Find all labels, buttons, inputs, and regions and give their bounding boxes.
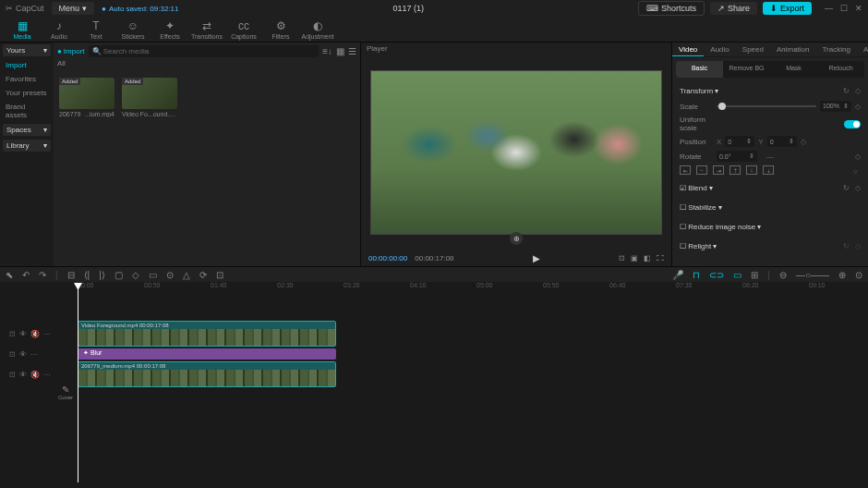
rotate-icon[interactable]: ⟳	[199, 270, 207, 280]
cover-button[interactable]: Cover	[57, 384, 74, 400]
preview-icon[interactable]: ▭	[733, 270, 741, 280]
keyframe-icon[interactable]: ◇	[855, 152, 861, 161]
timeline-clip[interactable]: Video Foreground.mp4 00:00:17:08	[78, 321, 336, 347]
align-top-icon[interactable]: ⇡	[729, 165, 741, 175]
sort-icon[interactable]: ≡↓	[322, 46, 332, 56]
tool-audio[interactable]: ♪Audio	[41, 17, 78, 42]
delete-icon[interactable]: ▢	[115, 270, 123, 280]
align-middle-icon[interactable]: ↕	[746, 165, 757, 175]
tool-media[interactable]: ▦Media	[4, 17, 41, 42]
menu-button[interactable]: Menu ▾	[52, 2, 95, 15]
player-share-icon[interactable]: ⊕	[510, 232, 523, 245]
denoise-header[interactable]: ☐ Reduce image noise ▾	[680, 221, 861, 233]
play-button[interactable]: ▶	[462, 253, 611, 263]
align-center-icon[interactable]: ↔	[696, 165, 707, 175]
redo-icon[interactable]: ↷	[39, 270, 46, 280]
sidebar-presets[interactable]: Your presets	[0, 86, 54, 100]
export-button[interactable]: ⬇ Export	[763, 2, 812, 15]
link-icon[interactable]: ⊂⊃	[709, 270, 724, 280]
tab-adjustment[interactable]: Adjustment	[857, 43, 868, 56]
tool-adjustment[interactable]: ◐Adjustment	[299, 17, 336, 42]
timeline-clip[interactable]: 206779_medium.mp4 00:00:17:08	[78, 361, 336, 387]
subtab-removebg[interactable]: Remove BG	[723, 61, 770, 78]
tool-captions[interactable]: ccCaptions	[225, 17, 262, 42]
reverse-icon[interactable]: ⊙	[166, 270, 174, 280]
mic-icon[interactable]: 🎤	[672, 270, 683, 280]
left-split-icon[interactable]: ⟨|	[84, 270, 90, 280]
keyframe-icon[interactable]: ◇	[850, 165, 861, 175]
sidebar-brand[interactable]: Brand assets	[0, 100, 54, 122]
keyframe-icon[interactable]: ◇	[855, 87, 861, 95]
magnet-icon[interactable]: ⊓	[693, 270, 700, 280]
compare-icon[interactable]: ◧	[644, 254, 651, 262]
split-icon[interactable]: ⊟	[67, 270, 75, 280]
mirror-icon[interactable]: △	[183, 270, 190, 280]
track-mute-icon[interactable]: 🔇	[30, 371, 40, 379]
align-right-icon[interactable]: ⇥	[713, 165, 724, 175]
tool-filters[interactable]: ⚙Filters	[262, 17, 299, 42]
quality-icon[interactable]: ⊡	[619, 254, 625, 262]
right-split-icon[interactable]: |⟩	[99, 270, 105, 280]
subtab-basic[interactable]: Basic	[676, 61, 723, 78]
crop-icon[interactable]: ◇	[132, 270, 139, 280]
media-clip[interactable]: Added Video Fo...ound.mp4	[122, 78, 177, 117]
fullscreen-icon[interactable]: ⛶	[657, 254, 664, 262]
relight-header[interactable]: ☐ Relight ▾↻◇	[680, 240, 861, 252]
rotate-input[interactable]: 0.0°⇕	[717, 151, 757, 162]
track-lock-icon[interactable]: ⊡	[9, 371, 16, 379]
tool-effects[interactable]: ✦Effects	[151, 17, 188, 42]
align-left-icon[interactable]: ⇤	[680, 165, 691, 175]
tab-video[interactable]: Video	[672, 43, 704, 56]
keyframe-icon[interactable]: ◇	[855, 103, 861, 111]
stabilize-header[interactable]: ☐ Stabilize ▾	[680, 201, 861, 214]
sidebar-favorites[interactable]: Favorites	[0, 72, 54, 86]
pointer-tool-icon[interactable]: ⬉	[6, 270, 13, 280]
tab-animation[interactable]: Animation	[770, 43, 816, 56]
zoom-out-icon[interactable]: ⊖	[779, 270, 787, 280]
tool-transitions[interactable]: ⇄Transitions	[188, 17, 225, 42]
tool-text[interactable]: TText	[78, 17, 115, 42]
blend-header[interactable]: ☑ Blend ▾↻◇	[680, 182, 861, 194]
sidebar-import[interactable]: Import	[0, 58, 54, 72]
tab-tracking[interactable]: Tracking	[816, 43, 857, 56]
timeline-effect[interactable]: ✦ Blur	[78, 348, 336, 360]
shortcuts-button[interactable]: ⌨ Shortcuts	[638, 1, 705, 16]
view-icon[interactable]: ▦	[336, 46, 344, 56]
close-icon[interactable]: ✕	[855, 4, 862, 13]
import-button[interactable]: ● Import	[57, 47, 85, 55]
timeline-ruler[interactable]: 00:00 00:50 01:40 02:30 03:20 04:10 05:0…	[57, 282, 868, 293]
pos-y-input[interactable]: 0⇕	[767, 136, 797, 147]
subtab-retouch[interactable]: Retouch	[817, 61, 864, 78]
spaces-dropdown[interactable]: Spaces▾	[3, 124, 51, 136]
maximize-icon[interactable]: ☐	[840, 4, 848, 13]
uniform-toggle[interactable]	[844, 120, 861, 128]
subtab-mask[interactable]: Mask	[770, 61, 817, 78]
tab-all[interactable]: All	[57, 59, 66, 67]
zoom-in-icon[interactable]: ⊕	[838, 270, 846, 280]
align-bottom-icon[interactable]: ⇣	[763, 165, 774, 175]
track-lock-icon[interactable]: ⊡	[9, 350, 16, 359]
minimize-icon[interactable]: —	[825, 4, 833, 13]
tab-speed[interactable]: Speed	[736, 43, 770, 56]
transform-header[interactable]: Transform ▾↻◇	[680, 85, 861, 97]
undo-icon[interactable]: ↶	[22, 270, 30, 280]
keyframe-icon[interactable]: ◇	[801, 138, 806, 146]
media-clip[interactable]: Added 206779_...ium.mp4	[59, 78, 115, 117]
scale-slider[interactable]	[717, 105, 816, 107]
player-viewport[interactable]: ⊕	[370, 70, 662, 235]
track-visible-icon[interactable]: 👁	[19, 371, 27, 379]
track-mute-icon[interactable]: 🔇	[30, 330, 40, 338]
crop2-icon[interactable]: ⊡	[216, 270, 223, 280]
mask-icon[interactable]: ▭	[149, 270, 157, 280]
filter-icon[interactable]: ☰	[348, 46, 356, 56]
track-visible-icon[interactable]: 👁	[19, 330, 27, 338]
reset-icon[interactable]: ↻	[843, 87, 850, 95]
tool-stickers[interactable]: ☺Stickers	[115, 17, 151, 42]
share-button[interactable]: ↗ Share	[710, 2, 757, 15]
search-input[interactable]: 🔍 Search media	[89, 45, 319, 57]
tab-audio[interactable]: Audio	[704, 43, 735, 56]
zoom-slider[interactable]: —○——	[796, 270, 829, 280]
scale-value[interactable]: 100%⇕	[820, 101, 851, 112]
yours-dropdown[interactable]: Yours▾	[3, 44, 51, 56]
library-dropdown[interactable]: Library▾	[3, 140, 51, 152]
